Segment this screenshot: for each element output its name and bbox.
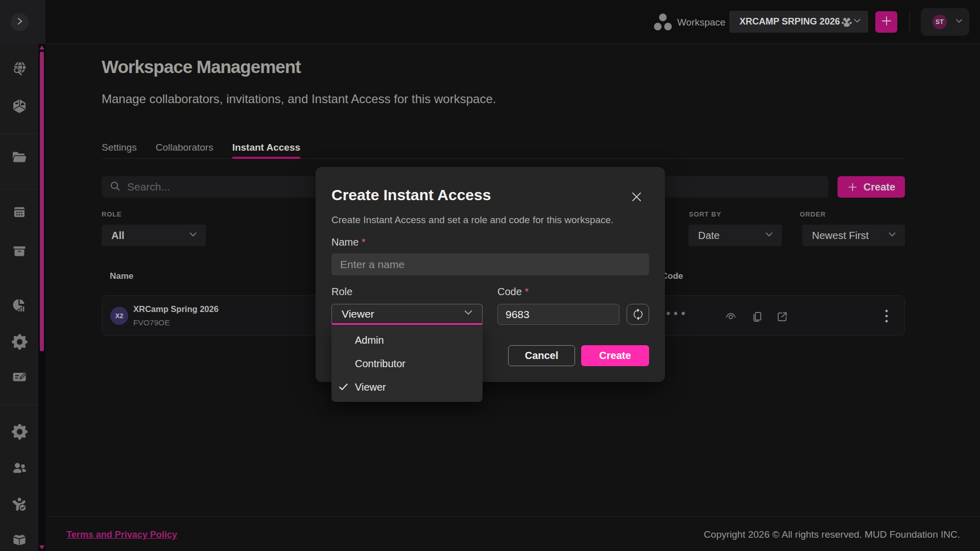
name-label-text: Name <box>331 236 358 248</box>
modal-create-button[interactable]: Create <box>581 345 649 366</box>
regenerate-code-button[interactable] <box>627 304 649 325</box>
modal-cancel-button[interactable]: Cancel <box>508 345 575 366</box>
name-field-label: Name * <box>331 236 366 248</box>
role-option-contributor[interactable]: Contributor <box>331 352 483 375</box>
app: Workspace XRCAMP SRPING 2026 ST <box>0 0 980 551</box>
check-icon <box>338 381 349 395</box>
role-select-value: Viewer <box>342 308 374 320</box>
modal-title: Create Instant Access <box>331 186 491 204</box>
role-option-viewer[interactable]: Viewer <box>331 375 483 399</box>
modal-close-button[interactable] <box>629 189 643 204</box>
modal-description: Create Instant Access and set a role and… <box>331 214 613 226</box>
required-marker: * <box>524 286 529 297</box>
role-option-viewer-label: Viewer <box>355 381 386 393</box>
chevron-down-icon <box>463 307 473 320</box>
close-icon <box>631 191 642 203</box>
create-instant-access-modal: Create Instant Access Create Instant Acc… <box>316 167 665 382</box>
code-label-text: Code <box>497 286 522 297</box>
role-options-menu: Admin Contributor Viewer <box>331 325 483 402</box>
code-field-label: Code * <box>497 286 529 298</box>
required-marker: * <box>362 236 366 248</box>
code-input[interactable] <box>497 304 619 325</box>
role-field-label: Role <box>331 286 352 298</box>
name-input[interactable] <box>331 253 649 275</box>
refresh-icon <box>632 308 644 320</box>
role-option-admin[interactable]: Admin <box>331 328 483 352</box>
role-select[interactable]: Viewer <box>331 304 483 325</box>
